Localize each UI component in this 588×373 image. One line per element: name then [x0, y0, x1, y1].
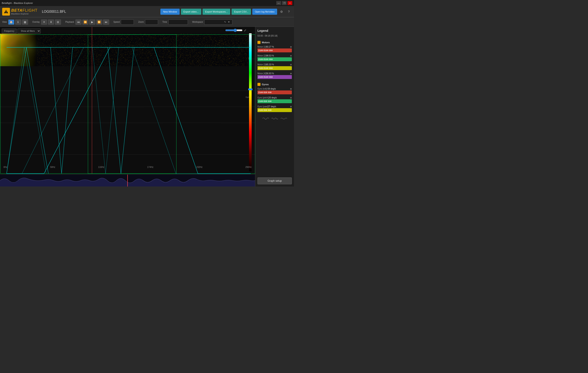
zoom-input[interactable]: 100% — [145, 20, 158, 25]
overlay-plane-button[interactable]: ✈ — [41, 20, 47, 25]
logo-subtitle: Blackbox Explorer — [11, 13, 38, 15]
titlebar: Betaflight - Blackbox Explorer — ❐ ✕ — [0, 0, 294, 6]
workspace-dropdown[interactable]: ✎ ▼ — [204, 20, 232, 25]
grid-line-4 — [0, 154, 255, 155]
grid-line-mid — [0, 107, 255, 107]
overlay-grid-button[interactable]: ⊞ — [55, 20, 61, 25]
grid-line-3 — [0, 123, 255, 123]
logo-brand: BETAFLIGHT — [11, 8, 38, 13]
zoom-range-slider[interactable] — [225, 29, 242, 32]
zoom-expand-icon[interactable]: ⤢ — [244, 29, 246, 32]
header-actions: New Window Export video... Export Worksp… — [160, 9, 292, 15]
workspace-label: Workspace — [192, 21, 203, 23]
waveform-svg — [0, 175, 255, 186]
mini-waveform-strip — [0, 174, 255, 186]
header: BETAFLIGHT Blackbox Explorer LOG00011.BF… — [0, 6, 294, 17]
view-table-button[interactable]: ▦ — [22, 20, 28, 25]
export-csv-button[interactable]: Export CSV... — [231, 9, 251, 15]
motors-section-label: Motors — [262, 41, 270, 44]
logo: BETAFLIGHT Blackbox Explorer — [2, 8, 38, 16]
x-axis-58hz: 58Hz — [50, 166, 55, 168]
motor4-value: 56.93 % — [266, 72, 274, 75]
motor1-legend-item: Motor [1] 60.27 % ▦ Z100 E100 S50 — [257, 46, 292, 52]
workspace-group: Workspace ✎ ▼ — [192, 20, 232, 25]
gyros-section-label: Gyros — [262, 83, 269, 86]
motor1-name: Motor [1] — [257, 46, 266, 48]
gyro-pitch-grid-icon[interactable]: ▦ — [290, 97, 292, 99]
view-home-button[interactable]: 🏠 — [8, 20, 14, 25]
zoom-slider-container: ⤢ — [225, 29, 246, 32]
log-filename: LOG00011.BFL — [42, 10, 66, 14]
time-input[interactable]: 03:41.847 — [168, 20, 188, 25]
export-video-button[interactable]: Export video... — [181, 9, 201, 15]
motor2-legend-item: Motor [2] 98.53 % ▦ Z100 E100 S50 — [257, 55, 292, 61]
gyro-roll-name: Gyro [roll] — [257, 88, 267, 90]
overlay-land-button[interactable]: ⬇ — [48, 20, 54, 25]
export-workspaces-button[interactable]: Export Workspaces... — [203, 9, 230, 15]
gyro-yaw-name: Gyro [yaw] — [257, 105, 268, 108]
workspace-edit-icon[interactable]: ✎ — [223, 19, 227, 25]
toolbar: View 🏠 ℹ ▦ Overlay ✈ ⬇ ⊞ Playback ⏮ ⏪ ▶ … — [0, 17, 294, 27]
legend-title: Legend — [257, 29, 292, 33]
motor2-bar: Z100 E100 S50 — [257, 57, 292, 61]
logo-icon — [2, 8, 10, 16]
legend-time-range: 03:00 - 08:18 [05:18] — [257, 35, 292, 37]
motor3-name: Motor [3] — [257, 63, 266, 66]
x-axis-174hz: 174Hz — [147, 166, 154, 168]
view-info-button[interactable]: ℹ — [15, 20, 21, 25]
restore-button[interactable]: ❐ — [282, 1, 287, 5]
speed-group: Speed 100% — [114, 20, 134, 25]
motor3-grid-icon[interactable]: ▦ — [290, 64, 292, 66]
gyro-roll-grid-icon[interactable]: ▦ — [290, 88, 292, 90]
graph-setup-button[interactable]: Graph setup — [257, 177, 292, 184]
main-content: Frequency Show all filters ⤢ — [0, 27, 294, 186]
motor2-value: 98.53 % — [266, 55, 274, 57]
skip-start-button[interactable]: ⏮ — [75, 20, 82, 25]
view-group: View 🏠 ℹ ▦ — [2, 20, 28, 25]
motor2-grid-icon[interactable]: ▦ — [290, 55, 292, 57]
step-back-button[interactable]: ⏪ — [82, 20, 88, 25]
close-button[interactable]: ✕ — [287, 1, 292, 5]
settings-icon-button[interactable]: ⚙ — [278, 9, 284, 15]
gyros-section-icon — [257, 83, 261, 86]
gyro-pitch-name: Gyro [pitch] — [257, 97, 269, 99]
new-window-button[interactable]: New Window — [160, 9, 179, 15]
help-icon-button[interactable]: ? — [286, 9, 292, 15]
motor3-bar: Z100 E100 S50 — [257, 66, 292, 70]
x-axis-0hz: 0Hz — [3, 166, 7, 168]
gyro-roll-value: -59 deg/s — [267, 88, 276, 90]
speed-input[interactable]: 100% — [121, 20, 134, 25]
mini-waveform-icons — [257, 116, 292, 121]
motor1-grid-icon[interactable]: ▦ — [290, 46, 292, 48]
motor4-grid-icon[interactable]: ▦ — [290, 73, 292, 74]
gyros-section-header: Gyros — [257, 83, 292, 86]
step-forward-button[interactable]: ⏩ — [96, 20, 102, 25]
gyro-yaw-value: 27 deg/s — [268, 105, 276, 108]
minimize-button[interactable]: — — [276, 1, 281, 5]
gyro-pitch-bar: Z100 E25 S30 — [257, 99, 292, 103]
spectrum-playhead — [92, 27, 92, 174]
motor4-bar: Z100 E100 S50 — [257, 75, 292, 79]
time-group: Time 03:41.847 — [162, 20, 188, 25]
motor4-name: Motor [4] — [257, 72, 266, 75]
spectrum-heatmap-canvas — [0, 34, 248, 66]
gyro-pitch-value: 20 deg/s — [269, 97, 277, 99]
filter-bar: Frequency Show all filters — [2, 29, 41, 33]
play-button[interactable]: ▶ — [89, 20, 95, 25]
motor3-value: 65.33 % — [266, 63, 274, 66]
window-controls: — ❐ ✕ — [276, 1, 292, 5]
open-log-button[interactable]: Open log file/video — [252, 9, 277, 15]
x-axis-116hz: 116Hz — [98, 166, 105, 168]
overlay-label: Overlay — [32, 21, 40, 23]
x-axis-290hz: 290Hz — [245, 166, 252, 168]
show-all-filters-dropdown[interactable]: Show all filters — [18, 29, 41, 33]
workspace-chevron-icon[interactable]: ▼ — [227, 19, 231, 25]
zoom-label: Zoom — [138, 21, 144, 23]
skip-end-button[interactable]: ⏭ — [103, 20, 109, 25]
motors-section-icon — [257, 41, 261, 44]
gyro-yaw-legend-item: Gyro [yaw] 27 deg/s ▦ Z100 E25 S30 — [257, 105, 292, 112]
gyro-yaw-grid-icon[interactable]: ▦ — [290, 106, 292, 108]
gyro-pitch-legend-item: Gyro [pitch] 20 deg/s ▦ Z100 E25 S30 — [257, 97, 292, 103]
motor1-value: 60.27 % — [266, 46, 274, 48]
frequency-filter-button[interactable]: Frequency — [2, 29, 17, 33]
